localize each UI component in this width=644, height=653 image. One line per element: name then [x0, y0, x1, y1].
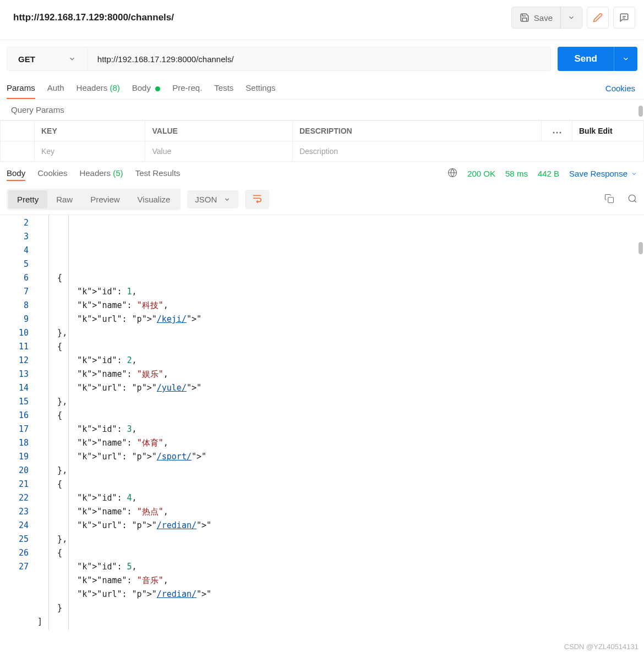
tab-params[interactable]: Params [7, 78, 35, 99]
wrap-button[interactable] [245, 190, 269, 209]
save-dropdown[interactable] [560, 7, 582, 28]
tab-body[interactable]: Body [132, 78, 160, 99]
column-value: VALUE [145, 121, 292, 141]
value-input[interactable]: Value [152, 147, 171, 156]
resp-tab-test-results[interactable]: Test Results [135, 166, 181, 181]
request-title: http://192.168.17.129:8000/channels/ [13, 12, 511, 23]
globe-icon[interactable] [447, 168, 457, 179]
more-column-button[interactable] [542, 121, 572, 141]
url-input[interactable]: http://192.168.17.129:8000/channels/ [88, 47, 551, 70]
format-select[interactable]: JSON [187, 190, 238, 208]
comment-button[interactable] [613, 7, 635, 29]
scrollbar-thumb[interactable] [638, 106, 643, 117]
save-response-button[interactable]: Save Response [569, 169, 637, 178]
copy-icon [604, 194, 614, 204]
method-select[interactable]: GET [7, 47, 88, 70]
save-button-group: Save [511, 7, 582, 29]
send-button[interactable]: Send [558, 47, 614, 71]
query-params-table: KEY VALUE DESCRIPTION Bulk Edit Key Valu… [0, 120, 644, 162]
status-code: 200 OK [467, 169, 495, 178]
send-dropdown[interactable] [614, 47, 637, 71]
pencil-icon [593, 13, 603, 23]
edit-button[interactable] [587, 7, 609, 29]
save-button[interactable]: Save [512, 7, 560, 28]
table-row: Key Value Description [1, 141, 644, 162]
more-icon [553, 131, 561, 134]
method-url-bar: GET http://192.168.17.129:8000/channels/ [7, 47, 551, 71]
description-input[interactable]: Description [299, 147, 338, 156]
code-body[interactable]: { "k">"id": 1, "k">"name": "科技", "k">"ur… [34, 215, 644, 630]
method-value: GET [18, 54, 35, 64]
resp-tab-headers[interactable]: Headers (5) [79, 166, 123, 181]
save-label: Save [534, 13, 553, 23]
view-pretty[interactable]: Pretty [8, 190, 47, 208]
bulk-edit-button[interactable]: Bulk Edit [572, 121, 644, 141]
wrap-icon [252, 194, 263, 203]
search-button[interactable] [627, 194, 637, 205]
response-body-viewer: 2345678910111213141516171819202122232425… [0, 215, 644, 630]
view-preview[interactable]: Preview [81, 190, 128, 208]
chevron-down-icon [622, 55, 630, 63]
svg-rect-8 [608, 197, 614, 203]
key-input[interactable]: Key [41, 147, 54, 156]
chevron-down-icon [631, 171, 637, 177]
svg-point-3 [556, 132, 558, 134]
resp-tab-body[interactable]: Body [7, 166, 25, 181]
copy-button[interactable] [604, 194, 614, 205]
query-params-label: Query Params [0, 100, 644, 120]
search-icon [627, 194, 637, 204]
view-mode-segment: Pretty Raw Preview Visualize [7, 189, 181, 210]
svg-point-9 [629, 195, 635, 201]
column-description: DESCRIPTION [292, 121, 541, 141]
view-visualize[interactable]: Visualize [129, 190, 179, 208]
resp-tab-cookies[interactable]: Cookies [37, 166, 67, 181]
send-button-group: Send [558, 47, 637, 71]
chevron-down-icon [223, 196, 231, 203]
chevron-down-icon [68, 55, 76, 63]
view-raw[interactable]: Raw [47, 190, 81, 208]
column-key: KEY [35, 121, 145, 141]
line-gutter: 2345678910111213141516171819202122232425… [0, 215, 34, 630]
tab-prereq[interactable]: Pre-req. [172, 78, 202, 99]
save-icon [520, 13, 530, 23]
scrollbar-thumb[interactable] [638, 242, 643, 254]
dot-icon [155, 86, 160, 91]
cookies-link[interactable]: Cookies [605, 84, 637, 93]
svg-line-10 [634, 200, 636, 202]
tab-settings[interactable]: Settings [245, 78, 275, 99]
status-time: 58 ms [505, 169, 528, 178]
tab-auth[interactable]: Auth [47, 78, 64, 99]
comment-icon [619, 13, 629, 23]
svg-point-2 [553, 132, 554, 134]
tab-tests[interactable]: Tests [214, 78, 233, 99]
tab-headers[interactable]: Headers (8) [77, 78, 120, 99]
svg-point-4 [559, 132, 561, 134]
chevron-down-icon [567, 14, 575, 21]
status-size: 442 B [538, 169, 559, 178]
